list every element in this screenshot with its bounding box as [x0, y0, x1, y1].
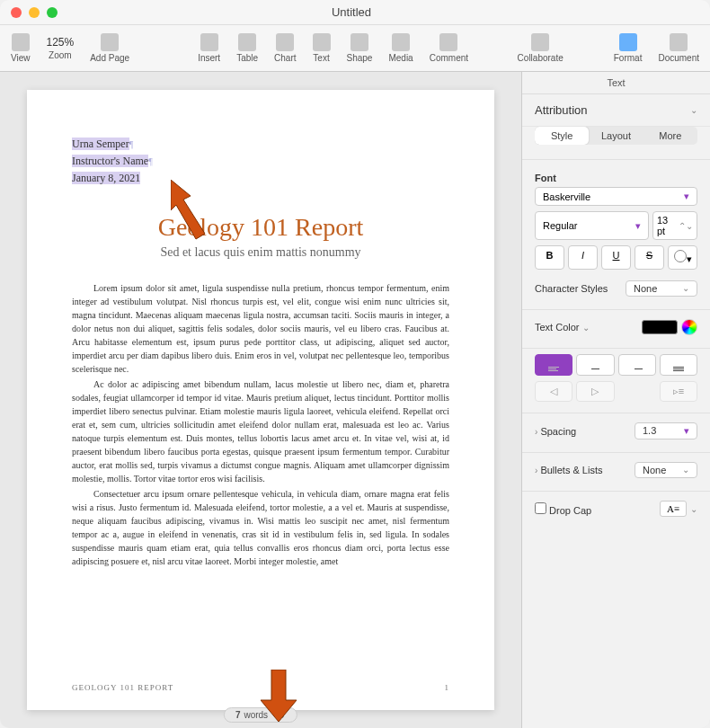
fullscreen-icon[interactable]	[47, 7, 58, 18]
document-subtitle[interactable]: Sed et lacus quis enim mattis nonummy	[72, 245, 449, 260]
text-color-swatch[interactable]	[642, 320, 678, 334]
font-family-dropdown[interactable]: Baskerville▾	[535, 187, 697, 206]
document-page[interactable]: Urna Semper¶ Instructor's Name¶ January …	[27, 90, 494, 710]
font-label: Font	[535, 173, 697, 183]
align-center-button[interactable]	[576, 354, 614, 376]
dropcap-label: Drop Cap	[535, 502, 591, 516]
header-instructor[interactable]: Instructor's Name	[72, 155, 148, 167]
svg-marker-0	[171, 180, 205, 239]
media-button[interactable]: Media	[388, 33, 413, 63]
format-sidebar: Text Attribution⌄ Style Layout More Font…	[521, 72, 710, 728]
font-weight-dropdown[interactable]: Regular▾	[535, 211, 649, 240]
header-block[interactable]: Urna Semper¶ Instructor's Name¶ January …	[72, 135, 449, 186]
window-title: Untitled	[58, 5, 645, 19]
outdent-button[interactable]: ◁	[535, 381, 572, 402]
chart-button[interactable]: Chart	[274, 33, 296, 63]
font-size-stepper[interactable]: 13 pt⌃⌄	[652, 211, 697, 240]
format-button[interactable]: Format	[614, 33, 643, 63]
toolbar: View 125%Zoom Add Page Insert Table Char…	[0, 25, 710, 72]
text-color-label: Text Color ⌄	[535, 322, 590, 333]
align-justify-button[interactable]	[660, 354, 697, 376]
header-date[interactable]: January 8, 2021	[72, 172, 140, 184]
paragraph-style-picker[interactable]: Attribution⌄	[522, 94, 710, 127]
traffic-lights	[11, 7, 58, 18]
text-options-button[interactable]: ▾	[668, 245, 697, 270]
main-area: Urna Semper¶ Instructor's Name¶ January …	[0, 72, 710, 728]
close-icon[interactable]	[11, 7, 22, 18]
segment-layout[interactable]: Layout	[589, 127, 643, 145]
window-titlebar: Untitled	[0, 0, 710, 25]
italic-button[interactable]: I	[568, 245, 598, 270]
segment-style[interactable]: Style	[535, 127, 589, 145]
dropcap-style-button[interactable]: A≡	[660, 501, 687, 517]
pilcrow-icon: ¶	[129, 139, 134, 149]
char-styles-label: Character Styles	[535, 283, 608, 294]
spacing-label[interactable]: › Spacing	[535, 426, 576, 437]
indent-button[interactable]: ▷	[576, 381, 614, 402]
header-name[interactable]: Urna Semper	[72, 138, 129, 150]
annotation-arrow-icon	[171, 180, 225, 243]
text-style-buttons: B I U S ▾	[535, 245, 697, 270]
char-styles-dropdown[interactable]: None⌄	[626, 280, 697, 297]
dropcap-checkbox[interactable]	[535, 502, 546, 514]
comment-button[interactable]: Comment	[430, 33, 468, 63]
alignment-buttons	[535, 354, 697, 376]
chevron-down-icon: ⌄	[690, 105, 697, 115]
footer-left: GEOLOGY 101 REPORT	[72, 683, 173, 692]
document-canvas[interactable]: Urna Semper¶ Instructor's Name¶ January …	[0, 72, 521, 728]
indent-buttons: ◁ ▷ ▹≡	[535, 381, 697, 402]
annotation-arrow-icon	[261, 670, 297, 724]
align-right-button[interactable]	[618, 354, 656, 376]
text-button[interactable]: Text	[313, 33, 331, 63]
bold-button[interactable]: B	[535, 245, 564, 270]
bullets-dropdown[interactable]: None⌄	[635, 462, 697, 478]
insert-menu[interactable]: Insert	[198, 33, 220, 63]
pilcrow-icon: ¶	[148, 156, 153, 166]
collaborate-button[interactable]: Collaborate	[518, 33, 564, 63]
chevron-down-icon[interactable]: ⌄	[690, 504, 697, 514]
spacing-dropdown[interactable]: 1.3▾	[635, 422, 697, 439]
zoom-control[interactable]: 125%Zoom	[47, 36, 75, 60]
bullets-label[interactable]: › Bullets & Lists	[535, 465, 603, 475]
underline-button[interactable]: U	[601, 245, 631, 270]
strike-button[interactable]: S	[635, 245, 664, 270]
minimize-icon[interactable]	[29, 7, 40, 18]
add-page-button[interactable]: Add Page	[90, 33, 129, 63]
color-picker-icon[interactable]	[681, 319, 697, 335]
body-text[interactable]: Lorem ipsum dolor sit amet, ligula suspe…	[72, 281, 449, 568]
shape-button[interactable]: Shape	[347, 33, 373, 63]
table-button[interactable]: Table	[236, 33, 258, 63]
segment-more[interactable]: More	[643, 127, 697, 145]
gear-icon	[674, 250, 687, 262]
view-menu[interactable]: View	[11, 33, 31, 63]
list-indent-button[interactable]: ▹≡	[660, 381, 697, 402]
svg-marker-1	[261, 670, 297, 722]
footer-page-number: 1	[445, 683, 450, 692]
sidebar-tab-text[interactable]: Text	[522, 72, 710, 94]
document-button[interactable]: Document	[658, 33, 699, 63]
align-left-button[interactable]	[535, 354, 572, 376]
style-layout-more-segment[interactable]: Style Layout More	[535, 127, 697, 145]
document-title[interactable]: Geology 101 Report	[72, 213, 449, 242]
